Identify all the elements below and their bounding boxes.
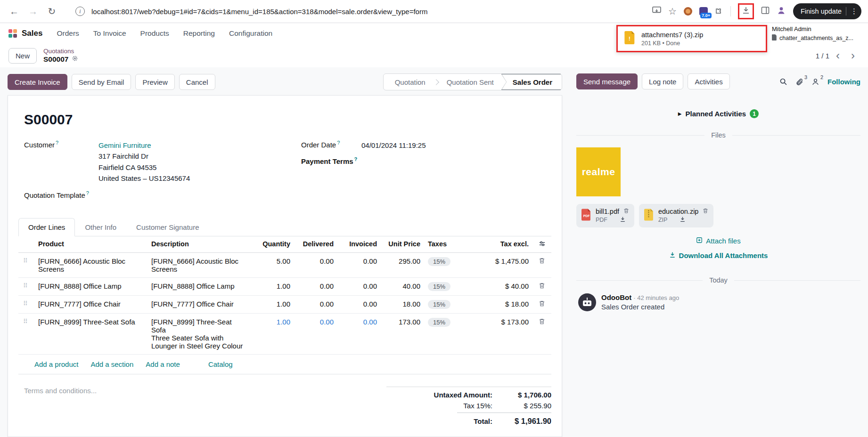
cell-delivered[interactable]: 0.00 bbox=[294, 257, 337, 265]
file-name[interactable]: bill1.pdf bbox=[596, 208, 619, 215]
profile-avatar-icon[interactable] bbox=[777, 6, 786, 17]
cell-unit-price[interactable]: 295.00 bbox=[381, 257, 424, 265]
attachments-icon[interactable]: 3 bbox=[795, 78, 803, 86]
status-quotation-sent[interactable]: Quotation Sent bbox=[439, 78, 501, 86]
help-icon[interactable]: ? bbox=[56, 140, 58, 146]
delete-row-icon[interactable] bbox=[532, 300, 551, 308]
col-description[interactable]: Description bbox=[147, 240, 251, 248]
nav-item-orders[interactable]: Orders bbox=[57, 29, 79, 38]
catalog-link[interactable]: Catalog bbox=[208, 360, 233, 368]
cell-unit-price[interactable]: 40.00 bbox=[381, 282, 424, 290]
cell-taxes[interactable]: 15% bbox=[424, 318, 471, 327]
message-author[interactable]: OdooBot bbox=[601, 293, 631, 301]
cell-description[interactable]: [FURN_7777] Office Chair bbox=[147, 300, 251, 308]
cell-unit-price[interactable]: 173.00 bbox=[381, 318, 424, 326]
cell-invoiced[interactable]: 0.00 bbox=[337, 300, 381, 308]
cell-description[interactable]: [FURN_6666] Acoustic Bloc Screens bbox=[147, 257, 251, 273]
activities-button[interactable]: Activities bbox=[688, 73, 729, 89]
download-file-icon[interactable] bbox=[680, 216, 686, 224]
tab-customer-signature[interactable]: Customer Signature bbox=[126, 218, 209, 236]
session-file-name[interactable]: chatter_attachments_as_z... bbox=[779, 35, 853, 41]
pager-previous-button[interactable]: ‹ bbox=[831, 49, 844, 62]
table-row[interactable]: ⠿ [FURN_6666] Acoustic Bloc Screens [FUR… bbox=[18, 253, 551, 278]
extension-icon-1[interactable] bbox=[684, 7, 692, 16]
chatter-message[interactable]: OdooBot 42 minutes ago Sales Order creat… bbox=[576, 293, 860, 313]
gear-icon[interactable] bbox=[72, 55, 78, 64]
col-quantity[interactable]: Quantity bbox=[251, 240, 294, 248]
create-invoice-button[interactable]: Create Invoice bbox=[8, 74, 67, 90]
cell-product[interactable]: [FURN_7777] Office Chair bbox=[34, 300, 147, 308]
col-taxes[interactable]: Taxes bbox=[424, 240, 471, 248]
help-icon[interactable]: ? bbox=[86, 190, 89, 196]
forward-icon[interactable]: → bbox=[25, 4, 41, 19]
cell-quantity[interactable]: 1.00 bbox=[251, 300, 294, 308]
download-all-attachments-button[interactable]: Download All Attachments bbox=[576, 251, 860, 259]
followers-icon[interactable]: 2 bbox=[811, 78, 819, 86]
cell-delivered[interactable]: 0.00 bbox=[294, 318, 337, 326]
col-product[interactable]: Product bbox=[34, 240, 147, 248]
install-app-icon[interactable] bbox=[652, 7, 661, 16]
cell-taxes[interactable]: 15% bbox=[424, 282, 471, 291]
cell-invoiced[interactable]: 0.00 bbox=[337, 318, 381, 326]
cancel-button[interactable]: Cancel bbox=[179, 74, 215, 90]
downloads-icon[interactable] bbox=[742, 6, 750, 16]
file-name[interactable]: education.zip bbox=[658, 208, 698, 215]
add-section-link[interactable]: Add a section bbox=[90, 360, 133, 368]
preview-button[interactable]: Preview bbox=[135, 74, 174, 90]
status-quotation[interactable]: Quotation bbox=[387, 78, 433, 86]
cell-invoiced[interactable]: 0.00 bbox=[337, 257, 381, 265]
apps-menu-icon[interactable] bbox=[8, 29, 17, 38]
col-delivered[interactable]: Delivered bbox=[294, 240, 337, 248]
nav-item-reporting[interactable]: Reporting bbox=[183, 29, 215, 38]
col-tax-excl[interactable]: Tax excl. bbox=[471, 240, 532, 248]
cell-quantity[interactable]: 1.00 bbox=[251, 318, 294, 326]
drag-handle-icon[interactable]: ⠿ bbox=[18, 282, 34, 289]
delete-file-icon[interactable] bbox=[703, 208, 708, 215]
optional-columns-icon[interactable] bbox=[532, 240, 551, 249]
download-notification-popup[interactable]: ! attachments7 (3).zip 201 KB • Done bbox=[616, 25, 767, 52]
cell-product[interactable]: [FURN_8888] Office Lamp bbox=[34, 282, 147, 290]
col-invoiced[interactable]: Invoiced bbox=[337, 240, 381, 248]
status-sales-order[interactable]: Sales Order bbox=[501, 74, 561, 90]
delete-row-icon[interactable] bbox=[532, 257, 551, 266]
search-messages-icon[interactable] bbox=[779, 78, 787, 86]
nav-item-to-invoice[interactable]: To Invoice bbox=[93, 29, 126, 38]
delete-row-icon[interactable] bbox=[532, 318, 551, 326]
table-row[interactable]: ⠿ [FURN_8888] Office Lamp [FURN_8888] Of… bbox=[18, 278, 551, 296]
finish-update-button[interactable]: Finish update ⋮ bbox=[793, 3, 861, 19]
cell-delivered[interactable]: 0.00 bbox=[294, 282, 337, 290]
tab-other-info[interactable]: Other Info bbox=[75, 218, 126, 236]
customer-link[interactable]: Gemini Furniture bbox=[98, 141, 151, 149]
reload-icon[interactable]: ↻ bbox=[44, 4, 59, 19]
cell-taxes[interactable]: 15% bbox=[424, 300, 471, 309]
back-icon[interactable]: ← bbox=[7, 4, 22, 19]
planned-activities[interactable]: ▶ Planned Activities 1 bbox=[576, 109, 860, 118]
new-button[interactable]: New bbox=[8, 48, 37, 64]
drag-handle-icon[interactable]: ⠿ bbox=[18, 300, 34, 307]
extensions-puzzle-icon[interactable] bbox=[715, 6, 723, 16]
send-by-email-button[interactable]: Send by Email bbox=[72, 74, 131, 90]
download-file-icon[interactable] bbox=[620, 216, 626, 224]
cell-taxes[interactable]: 15% bbox=[424, 257, 471, 266]
table-row[interactable]: ⠿ [FURN_8999] Three-Seat Sofa [FURN_8999… bbox=[18, 314, 551, 355]
cell-invoiced[interactable]: 0.00 bbox=[337, 282, 381, 290]
cell-delivered[interactable]: 0.00 bbox=[294, 300, 337, 308]
delete-file-icon[interactable] bbox=[623, 208, 629, 215]
url-bar[interactable]: localhost:8017/web?debug=1#id=7&cids=1&m… bbox=[91, 8, 648, 16]
terms-placeholder[interactable]: Terms and conditions... bbox=[24, 387, 97, 429]
file-card-zip[interactable]: education.zip ZIP bbox=[639, 204, 713, 227]
tab-order-lines[interactable]: Order Lines bbox=[18, 218, 75, 236]
download-filename[interactable]: attachments7 (3).zip bbox=[641, 31, 703, 39]
file-card-pdf[interactable]: PDF bill1.pdf PDF bbox=[576, 204, 634, 227]
nav-item-configuration[interactable]: Configuration bbox=[229, 29, 272, 38]
add-note-link[interactable]: Add a note bbox=[146, 360, 180, 368]
browser-menu-icon[interactable]: ⋮ bbox=[851, 7, 858, 16]
help-icon[interactable]: ? bbox=[337, 140, 340, 146]
breadcrumb-quotations[interactable]: Quotations bbox=[43, 48, 78, 55]
attach-files-button[interactable]: Attach files bbox=[576, 237, 860, 245]
cell-description[interactable]: [FURN_8999] Three-Seat SofaThree Seater … bbox=[147, 318, 251, 350]
add-product-link[interactable]: Add a product bbox=[34, 360, 78, 368]
col-unit-price[interactable]: Unit Price bbox=[381, 240, 424, 248]
send-message-button[interactable]: Send message bbox=[576, 73, 638, 89]
bookmark-star-icon[interactable]: ☆ bbox=[668, 6, 677, 17]
